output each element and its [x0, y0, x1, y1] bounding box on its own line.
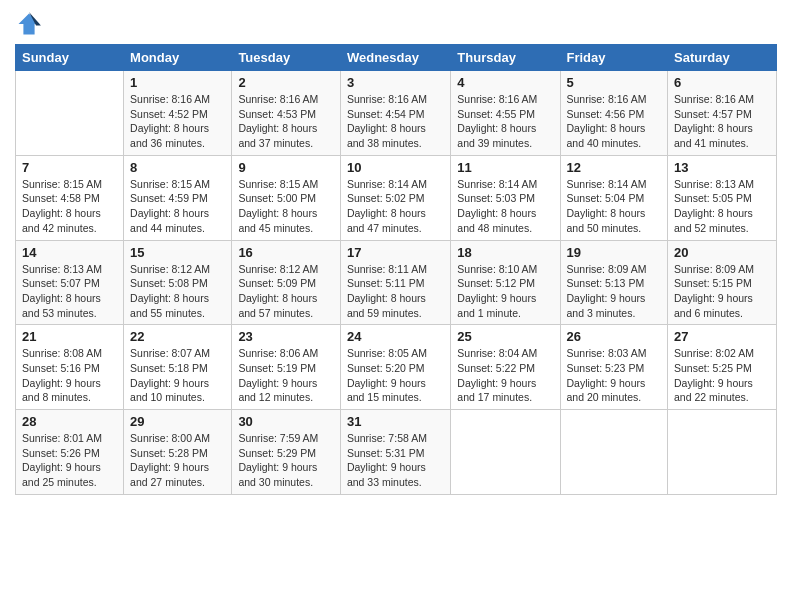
day-info: Sunrise: 8:15 AM Sunset: 5:00 PM Dayligh…	[238, 177, 334, 236]
day-number: 7	[22, 160, 117, 175]
day-info: Sunrise: 8:03 AM Sunset: 5:23 PM Dayligh…	[567, 346, 662, 405]
day-info: Sunrise: 8:10 AM Sunset: 5:12 PM Dayligh…	[457, 262, 553, 321]
header-row	[15, 10, 777, 38]
day-info: Sunrise: 8:13 AM Sunset: 5:05 PM Dayligh…	[674, 177, 770, 236]
day-number: 20	[674, 245, 770, 260]
day-info: Sunrise: 8:16 AM Sunset: 4:55 PM Dayligh…	[457, 92, 553, 151]
calendar-cell: 7Sunrise: 8:15 AM Sunset: 4:58 PM Daylig…	[16, 155, 124, 240]
day-info: Sunrise: 8:09 AM Sunset: 5:13 PM Dayligh…	[567, 262, 662, 321]
day-info: Sunrise: 7:58 AM Sunset: 5:31 PM Dayligh…	[347, 431, 444, 490]
day-number: 29	[130, 414, 225, 429]
calendar-cell: 20Sunrise: 8:09 AM Sunset: 5:15 PM Dayli…	[668, 240, 777, 325]
day-number: 16	[238, 245, 334, 260]
calendar-cell: 15Sunrise: 8:12 AM Sunset: 5:08 PM Dayli…	[124, 240, 232, 325]
calendar-cell: 21Sunrise: 8:08 AM Sunset: 5:16 PM Dayli…	[16, 325, 124, 410]
day-info: Sunrise: 8:14 AM Sunset: 5:03 PM Dayligh…	[457, 177, 553, 236]
calendar-cell: 11Sunrise: 8:14 AM Sunset: 5:03 PM Dayli…	[451, 155, 560, 240]
weekday-header-tuesday: Tuesday	[232, 45, 341, 71]
day-info: Sunrise: 8:16 AM Sunset: 4:53 PM Dayligh…	[238, 92, 334, 151]
day-info: Sunrise: 7:59 AM Sunset: 5:29 PM Dayligh…	[238, 431, 334, 490]
calendar-cell: 18Sunrise: 8:10 AM Sunset: 5:12 PM Dayli…	[451, 240, 560, 325]
calendar-cell: 26Sunrise: 8:03 AM Sunset: 5:23 PM Dayli…	[560, 325, 668, 410]
day-info: Sunrise: 8:11 AM Sunset: 5:11 PM Dayligh…	[347, 262, 444, 321]
calendar-week-row: 28Sunrise: 8:01 AM Sunset: 5:26 PM Dayli…	[16, 410, 777, 495]
calendar-cell: 5Sunrise: 8:16 AM Sunset: 4:56 PM Daylig…	[560, 71, 668, 156]
day-number: 9	[238, 160, 334, 175]
day-info: Sunrise: 8:13 AM Sunset: 5:07 PM Dayligh…	[22, 262, 117, 321]
day-number: 6	[674, 75, 770, 90]
calendar-week-row: 14Sunrise: 8:13 AM Sunset: 5:07 PM Dayli…	[16, 240, 777, 325]
calendar-cell: 1Sunrise: 8:16 AM Sunset: 4:52 PM Daylig…	[124, 71, 232, 156]
calendar-cell	[16, 71, 124, 156]
logo	[15, 10, 45, 38]
day-number: 14	[22, 245, 117, 260]
day-number: 12	[567, 160, 662, 175]
calendar-cell: 8Sunrise: 8:15 AM Sunset: 4:59 PM Daylig…	[124, 155, 232, 240]
calendar-cell: 29Sunrise: 8:00 AM Sunset: 5:28 PM Dayli…	[124, 410, 232, 495]
day-number: 11	[457, 160, 553, 175]
day-number: 13	[674, 160, 770, 175]
day-info: Sunrise: 8:06 AM Sunset: 5:19 PM Dayligh…	[238, 346, 334, 405]
day-number: 18	[457, 245, 553, 260]
logo-icon	[15, 10, 43, 38]
day-number: 4	[457, 75, 553, 90]
day-number: 25	[457, 329, 553, 344]
weekday-header-sunday: Sunday	[16, 45, 124, 71]
weekday-header-friday: Friday	[560, 45, 668, 71]
day-number: 5	[567, 75, 662, 90]
calendar-cell: 28Sunrise: 8:01 AM Sunset: 5:26 PM Dayli…	[16, 410, 124, 495]
day-number: 19	[567, 245, 662, 260]
calendar-cell: 13Sunrise: 8:13 AM Sunset: 5:05 PM Dayli…	[668, 155, 777, 240]
day-number: 2	[238, 75, 334, 90]
day-info: Sunrise: 8:16 AM Sunset: 4:56 PM Dayligh…	[567, 92, 662, 151]
day-info: Sunrise: 8:14 AM Sunset: 5:02 PM Dayligh…	[347, 177, 444, 236]
day-number: 1	[130, 75, 225, 90]
day-number: 23	[238, 329, 334, 344]
day-info: Sunrise: 8:16 AM Sunset: 4:57 PM Dayligh…	[674, 92, 770, 151]
day-info: Sunrise: 8:09 AM Sunset: 5:15 PM Dayligh…	[674, 262, 770, 321]
weekday-header-monday: Monday	[124, 45, 232, 71]
calendar-cell	[451, 410, 560, 495]
calendar-cell: 16Sunrise: 8:12 AM Sunset: 5:09 PM Dayli…	[232, 240, 341, 325]
weekday-header-wednesday: Wednesday	[340, 45, 450, 71]
day-info: Sunrise: 8:05 AM Sunset: 5:20 PM Dayligh…	[347, 346, 444, 405]
day-number: 30	[238, 414, 334, 429]
calendar-cell: 3Sunrise: 8:16 AM Sunset: 4:54 PM Daylig…	[340, 71, 450, 156]
day-info: Sunrise: 8:08 AM Sunset: 5:16 PM Dayligh…	[22, 346, 117, 405]
calendar-cell: 22Sunrise: 8:07 AM Sunset: 5:18 PM Dayli…	[124, 325, 232, 410]
calendar-table: SundayMondayTuesdayWednesdayThursdayFrid…	[15, 44, 777, 495]
day-info: Sunrise: 8:12 AM Sunset: 5:09 PM Dayligh…	[238, 262, 334, 321]
main-container: SundayMondayTuesdayWednesdayThursdayFrid…	[0, 0, 792, 505]
day-number: 27	[674, 329, 770, 344]
day-info: Sunrise: 8:07 AM Sunset: 5:18 PM Dayligh…	[130, 346, 225, 405]
day-number: 21	[22, 329, 117, 344]
day-info: Sunrise: 8:16 AM Sunset: 4:52 PM Dayligh…	[130, 92, 225, 151]
calendar-cell: 24Sunrise: 8:05 AM Sunset: 5:20 PM Dayli…	[340, 325, 450, 410]
calendar-cell	[668, 410, 777, 495]
day-number: 8	[130, 160, 225, 175]
day-info: Sunrise: 8:15 AM Sunset: 4:59 PM Dayligh…	[130, 177, 225, 236]
day-number: 10	[347, 160, 444, 175]
day-info: Sunrise: 8:02 AM Sunset: 5:25 PM Dayligh…	[674, 346, 770, 405]
weekday-header-thursday: Thursday	[451, 45, 560, 71]
day-info: Sunrise: 8:15 AM Sunset: 4:58 PM Dayligh…	[22, 177, 117, 236]
calendar-cell: 6Sunrise: 8:16 AM Sunset: 4:57 PM Daylig…	[668, 71, 777, 156]
calendar-cell: 9Sunrise: 8:15 AM Sunset: 5:00 PM Daylig…	[232, 155, 341, 240]
day-number: 15	[130, 245, 225, 260]
day-number: 22	[130, 329, 225, 344]
day-info: Sunrise: 8:01 AM Sunset: 5:26 PM Dayligh…	[22, 431, 117, 490]
day-info: Sunrise: 8:00 AM Sunset: 5:28 PM Dayligh…	[130, 431, 225, 490]
calendar-cell: 31Sunrise: 7:58 AM Sunset: 5:31 PM Dayli…	[340, 410, 450, 495]
calendar-cell: 23Sunrise: 8:06 AM Sunset: 5:19 PM Dayli…	[232, 325, 341, 410]
calendar-cell	[560, 410, 668, 495]
calendar-cell: 30Sunrise: 7:59 AM Sunset: 5:29 PM Dayli…	[232, 410, 341, 495]
day-info: Sunrise: 8:16 AM Sunset: 4:54 PM Dayligh…	[347, 92, 444, 151]
calendar-cell: 10Sunrise: 8:14 AM Sunset: 5:02 PM Dayli…	[340, 155, 450, 240]
calendar-week-row: 21Sunrise: 8:08 AM Sunset: 5:16 PM Dayli…	[16, 325, 777, 410]
day-info: Sunrise: 8:14 AM Sunset: 5:04 PM Dayligh…	[567, 177, 662, 236]
calendar-cell: 4Sunrise: 8:16 AM Sunset: 4:55 PM Daylig…	[451, 71, 560, 156]
day-info: Sunrise: 8:04 AM Sunset: 5:22 PM Dayligh…	[457, 346, 553, 405]
calendar-cell: 27Sunrise: 8:02 AM Sunset: 5:25 PM Dayli…	[668, 325, 777, 410]
calendar-cell: 25Sunrise: 8:04 AM Sunset: 5:22 PM Dayli…	[451, 325, 560, 410]
calendar-cell: 2Sunrise: 8:16 AM Sunset: 4:53 PM Daylig…	[232, 71, 341, 156]
